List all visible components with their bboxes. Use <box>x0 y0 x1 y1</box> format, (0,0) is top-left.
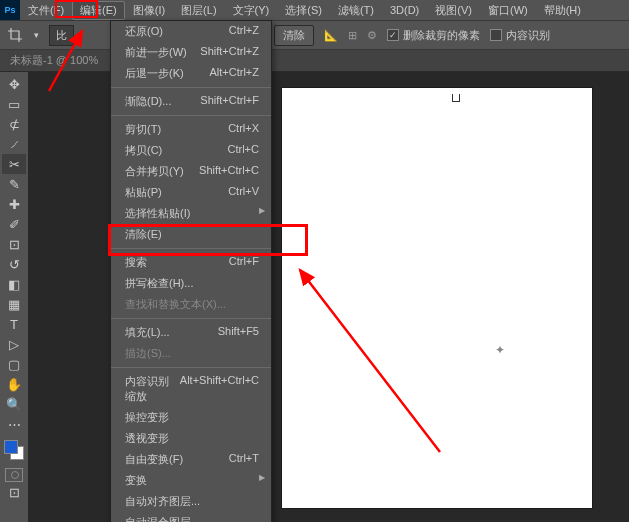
menu-item-变换[interactable]: 变换 <box>111 470 271 491</box>
menu-item-shortcut: Alt+Shift+Ctrl+C <box>180 374 259 404</box>
hand-tool[interactable]: ✋ <box>2 374 26 394</box>
menu-item-自动混合图层[interactable]: 自动混合图层... <box>111 512 271 522</box>
options-bar: ▾ 比 清除 📐 ⊞ ⚙ ✓ 删除裁剪的像素 内容识别 <box>0 20 629 50</box>
menu-item-label: 自动混合图层... <box>125 515 200 522</box>
menu-item-shortcut: Ctrl+V <box>228 185 259 200</box>
menu-item-自动对齐图层[interactable]: 自动对齐图层... <box>111 491 271 512</box>
clear-button[interactable]: 清除 <box>274 25 314 46</box>
type-tool[interactable]: T <box>2 314 26 334</box>
document-tabs: 未标题-1 @ 100% × @ 50%(RGB/8#) × <box>0 50 629 72</box>
quickmask-icon[interactable] <box>5 468 23 482</box>
menu-item-合并拷贝y[interactable]: 合并拷贝(Y)Shift+Ctrl+C <box>111 161 271 182</box>
menu-item-label: 填充(L)... <box>125 325 170 340</box>
fg-color[interactable] <box>4 440 18 454</box>
menu-item-label: 内容识别缩放 <box>125 374 180 404</box>
menu-item-label: 拼写检查(H)... <box>125 276 193 291</box>
menu-item-label: 变换 <box>125 473 147 488</box>
menu-edit[interactable]: 编辑(E) <box>72 1 125 20</box>
menu-filter[interactable]: 滤镜(T) <box>330 1 382 20</box>
menu-item-自由变换f[interactable]: 自由变换(F)Ctrl+T <box>111 449 271 470</box>
shape-tool[interactable]: ▢ <box>2 354 26 374</box>
menu-item-label: 操控变形 <box>125 410 169 425</box>
toolbox: ✥ ▭ ⊄ ⟋ ✂ ✎ ✚ ✐ ⊡ ↺ ◧ ▦ T ▷ ▢ ✋ 🔍 ⋯ ⊡ <box>0 72 28 522</box>
ruler-marker <box>452 94 460 102</box>
menu-item-搜索[interactable]: 搜索Ctrl+F <box>111 252 271 273</box>
brush-tool[interactable]: ✐ <box>2 214 26 234</box>
menu-item-label: 透视变形 <box>125 431 169 446</box>
menu-item-shortcut: Alt+Ctrl+Z <box>209 66 259 81</box>
crop-tool[interactable]: ✂ <box>2 154 26 174</box>
menu-item-shortcut: Shift+Ctrl+Z <box>200 45 259 60</box>
app-icon: Ps <box>0 0 20 20</box>
tab-doc1[interactable]: 未标题-1 @ 100% <box>0 51 108 70</box>
menubar: Ps 文件(F) 编辑(E) 图像(I) 图层(L) 文字(Y) 选择(S) 滤… <box>0 0 629 20</box>
ratio-dropdown[interactable]: 比 <box>49 25 74 46</box>
menu-item-描边s[interactable]: 描边(S)... <box>111 343 271 364</box>
center-indicator: ✦ <box>495 343 505 357</box>
menu-item-label: 清除(E) <box>125 227 162 242</box>
menu-item-选择性粘贴i[interactable]: 选择性粘贴(I) <box>111 203 271 224</box>
menu-item-内容识别缩放[interactable]: 内容识别缩放Alt+Shift+Ctrl+C <box>111 371 271 407</box>
menu-item-还原o[interactable]: 还原(O)Ctrl+Z <box>111 21 271 42</box>
edit-toolbar-icon[interactable]: ⋯ <box>2 414 26 434</box>
menu-item-剪切t[interactable]: 剪切(T)Ctrl+X <box>111 119 271 140</box>
menu-item-操控变形[interactable]: 操控变形 <box>111 407 271 428</box>
menu-item-shortcut: Shift+Ctrl+F <box>200 94 259 109</box>
gradient-tool[interactable]: ▦ <box>2 294 26 314</box>
menu-item-透视变形[interactable]: 透视变形 <box>111 428 271 449</box>
menu-item-粘贴p[interactable]: 粘贴(P)Ctrl+V <box>111 182 271 203</box>
gear-icon[interactable]: ⚙ <box>367 29 377 42</box>
grid-icon[interactable]: ⊞ <box>348 29 357 42</box>
menu-item-label: 描边(S)... <box>125 346 171 361</box>
menu-help[interactable]: 帮助(H) <box>536 1 589 20</box>
path-select-tool[interactable]: ▷ <box>2 334 26 354</box>
eyedropper-tool[interactable]: ✎ <box>2 174 26 194</box>
screenmode-icon[interactable]: ⊡ <box>2 482 26 502</box>
menu-item-渐隐d[interactable]: 渐隐(D)...Shift+Ctrl+F <box>111 91 271 112</box>
menu-item-拼写检查h[interactable]: 拼写检查(H)... <box>111 273 271 294</box>
healing-tool[interactable]: ✚ <box>2 194 26 214</box>
eraser-tool[interactable]: ◧ <box>2 274 26 294</box>
menu-item-label: 渐隐(D)... <box>125 94 171 109</box>
menu-item-填充l[interactable]: 填充(L)...Shift+F5 <box>111 322 271 343</box>
straighten-icon[interactable]: 📐 <box>324 29 338 42</box>
menu-item-清除e[interactable]: 清除(E) <box>111 224 271 245</box>
menu-3d[interactable]: 3D(D) <box>382 2 427 18</box>
menu-item-label: 剪切(T) <box>125 122 161 137</box>
menu-item-shortcut: Ctrl+T <box>229 452 259 467</box>
menu-image[interactable]: 图像(I) <box>125 1 173 20</box>
menu-item-label: 搜索 <box>125 255 147 270</box>
delete-cropped-checkbox[interactable]: ✓ <box>387 29 399 41</box>
menu-item-shortcut: Ctrl+F <box>229 255 259 270</box>
menu-item-label: 选择性粘贴(I) <box>125 206 190 221</box>
menu-item-label: 粘贴(P) <box>125 185 162 200</box>
color-swatch[interactable] <box>4 440 24 460</box>
menu-item-前进一步w[interactable]: 前进一步(W)Shift+Ctrl+Z <box>111 42 271 63</box>
menu-item-后退一步k[interactable]: 后退一步(K)Alt+Ctrl+Z <box>111 63 271 84</box>
edit-dropdown-menu: 还原(O)Ctrl+Z前进一步(W)Shift+Ctrl+Z后退一步(K)Alt… <box>110 20 272 522</box>
menu-item-拷贝c[interactable]: 拷贝(C)Ctrl+C <box>111 140 271 161</box>
move-tool[interactable]: ✥ <box>2 74 26 94</box>
zoom-tool[interactable]: 🔍 <box>2 394 26 414</box>
history-brush-tool[interactable]: ↺ <box>2 254 26 274</box>
menu-view[interactable]: 视图(V) <box>427 1 480 20</box>
magic-wand-tool[interactable]: ⟋ <box>2 134 26 154</box>
menu-file[interactable]: 文件(F) <box>20 1 72 20</box>
stamp-tool[interactable]: ⊡ <box>2 234 26 254</box>
content-aware-checkbox[interactable] <box>490 29 502 41</box>
menu-item-查找和替换文本x[interactable]: 查找和替换文本(X)... <box>111 294 271 315</box>
content-aware-label: 内容识别 <box>506 28 550 43</box>
chevron-down-icon[interactable]: ▾ <box>34 30 39 40</box>
lasso-tool[interactable]: ⊄ <box>2 114 26 134</box>
marquee-tool[interactable]: ▭ <box>2 94 26 114</box>
menu-item-label: 自由变换(F) <box>125 452 183 467</box>
menu-item-shortcut: Ctrl+C <box>228 143 259 158</box>
menu-select[interactable]: 选择(S) <box>277 1 330 20</box>
menu-layer[interactable]: 图层(L) <box>173 1 224 20</box>
menu-item-label: 自动对齐图层... <box>125 494 200 509</box>
menu-item-label: 前进一步(W) <box>125 45 187 60</box>
menu-item-label: 还原(O) <box>125 24 163 39</box>
menu-window[interactable]: 窗口(W) <box>480 1 536 20</box>
document-canvas[interactable]: ✦ <box>282 88 592 508</box>
menu-text[interactable]: 文字(Y) <box>225 1 278 20</box>
